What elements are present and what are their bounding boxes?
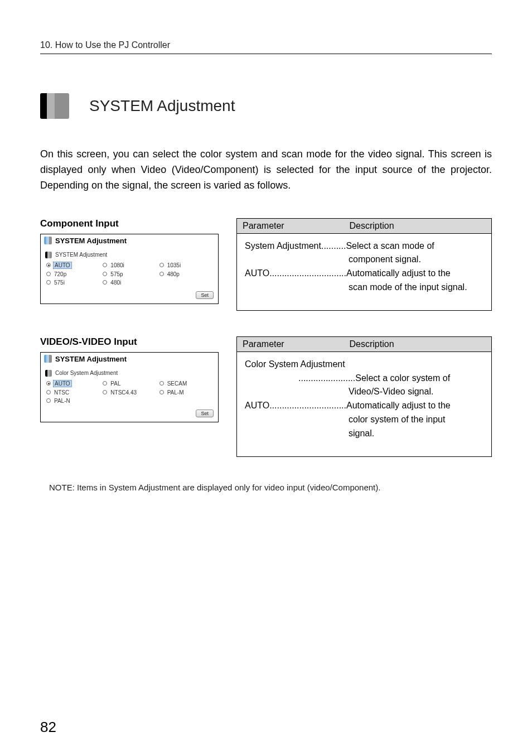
panel-subtitle: Color System Adjustment: [55, 370, 118, 376]
set-button[interactable]: Set: [196, 410, 214, 417]
component-panel: SYSTEM Adjustment SYSTEM Adjustment AUTO…: [40, 234, 219, 304]
radio-575p[interactable]: 575p: [103, 271, 157, 277]
table-header-parameter: Parameter: [237, 219, 344, 233]
table-row: .......................Select a color sy…: [298, 372, 483, 386]
table-row: Video/S-Video signal.: [349, 385, 483, 399]
video-param-table: Parameter Description Color System Adjus…: [236, 336, 492, 457]
radio-dot-icon: [103, 390, 107, 394]
radio-dot-icon: [159, 263, 164, 267]
table-row: Color System Adjustment: [245, 358, 483, 372]
panel-title-icon: [44, 237, 52, 244]
panel-subheader: SYSTEM Adjustment: [45, 252, 214, 258]
table-header-description: Description: [344, 337, 491, 351]
radio-dot-icon: [159, 381, 164, 386]
radio-dot-icon: [46, 381, 51, 386]
page-title: SYSTEM Adjustment: [89, 97, 235, 115]
video-panel: SYSTEM Adjustment Color System Adjustmen…: [40, 352, 219, 422]
panel-title: SYSTEM Adjustment: [55, 237, 127, 245]
table-row: AUTO...............................Autom…: [245, 399, 483, 413]
radio-pal-n[interactable]: PAL-N: [46, 398, 100, 404]
radio-dot-icon: [46, 280, 51, 285]
panel-titlebar: SYSTEM Adjustment: [41, 234, 218, 248]
radio-480p[interactable]: 480p: [159, 271, 214, 277]
radio-pal-m[interactable]: PAL-M: [159, 389, 214, 396]
radio-pal[interactable]: PAL: [103, 380, 157, 387]
component-input-heading: Component Input: [40, 218, 219, 229]
table-row: System Adjustment..........Select a scan…: [245, 239, 483, 253]
radio-dot-icon: [103, 272, 107, 276]
radio-auto[interactable]: AUTO: [46, 380, 100, 387]
radio-dot-icon: [103, 381, 107, 386]
radio-secam[interactable]: SECAM: [159, 380, 214, 387]
section-title-row: SYSTEM Adjustment: [40, 93, 492, 119]
table-row: color system of the input: [349, 413, 483, 427]
panel-sub-icon: [45, 252, 52, 258]
radio-dot-icon: [46, 398, 51, 403]
panel-titlebar: SYSTEM Adjustment: [41, 353, 218, 367]
intro-paragraph: On this screen, you can select the color…: [40, 147, 492, 194]
radio-ntsc443[interactable]: NTSC4.43: [103, 389, 157, 396]
page-number: 82: [40, 719, 56, 736]
component-section: Component Input SYSTEM Adjustment SYSTEM…: [40, 218, 492, 311]
radio-dot-icon: [159, 390, 164, 394]
panel-sub-icon: [45, 370, 52, 377]
radio-480i[interactable]: 480i: [103, 280, 157, 286]
panel-title: SYSTEM Adjustment: [55, 355, 127, 363]
radio-dot-icon: [46, 390, 51, 394]
table-row: signal.: [349, 427, 483, 441]
panel-title-icon: [44, 355, 52, 363]
radio-720p[interactable]: 720p: [46, 271, 100, 277]
radio-dot-icon: [46, 263, 51, 267]
note-text: NOTE: Items in System Adjustment are dis…: [40, 483, 492, 492]
radio-dot-icon: [103, 280, 107, 285]
radio-dot-icon: [103, 263, 107, 267]
table-row: component signal.: [349, 253, 483, 267]
component-param-table: Parameter Description System Adjustment.…: [236, 218, 492, 311]
video-section: VIDEO/S-VIDEO Input SYSTEM Adjustment Co…: [40, 336, 492, 457]
radio-dot-icon: [159, 272, 164, 276]
panel-subtitle: SYSTEM Adjustment: [55, 252, 107, 258]
table-header-description: Description: [344, 219, 491, 233]
radio-ntsc[interactable]: NTSC: [46, 389, 100, 396]
table-row: AUTO...............................Autom…: [245, 267, 483, 281]
radio-dot-icon: [46, 272, 51, 276]
table-header-parameter: Parameter: [237, 337, 344, 351]
table-row: scan mode of the input signal.: [349, 281, 483, 295]
radio-1080i[interactable]: 1080i: [103, 262, 157, 269]
component-radio-group: AUTO 1080i 1035i 720p 575p 480p 575i 480…: [45, 262, 214, 286]
panel-subheader: Color System Adjustment: [45, 370, 214, 377]
title-icon: [40, 93, 69, 119]
video-radio-group: AUTO PAL SECAM NTSC NTSC4.43 PAL-M PAL-N: [45, 380, 214, 404]
radio-auto[interactable]: AUTO: [46, 262, 100, 269]
breadcrumb: 10. How to Use the PJ Controller: [40, 40, 492, 54]
radio-1035i[interactable]: 1035i: [159, 262, 214, 269]
set-button[interactable]: Set: [196, 291, 214, 299]
video-input-heading: VIDEO/S-VIDEO Input: [40, 336, 219, 348]
radio-575i[interactable]: 575i: [46, 280, 100, 286]
